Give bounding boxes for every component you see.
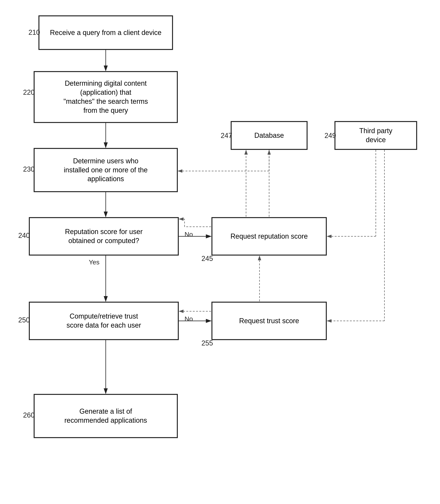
box-230: Determine users whoinstalled one or more… (34, 148, 178, 192)
step-label-220: 220 (23, 88, 35, 96)
step-label-245: 245 (201, 255, 213, 263)
box-220-label: Determining digital content(application)… (63, 79, 148, 115)
step-label-247: 247 (221, 132, 232, 140)
box-210-label: Receive a query from a client device (50, 28, 162, 37)
box-247-label: Database (254, 131, 284, 140)
step-label-260: 260 (23, 411, 35, 419)
step-label-230: 230 (23, 165, 35, 173)
box-210: Receive a query from a client device (39, 15, 173, 50)
box-240: Reputation score for userobtained or com… (29, 217, 179, 255)
box-220: Determining digital content(application)… (34, 71, 178, 123)
box-245-label: Request reputation score (231, 232, 308, 241)
box-260-label: Generate a list ofrecommended applicatio… (64, 407, 147, 425)
box-260: Generate a list ofrecommended applicatio… (34, 394, 178, 438)
box-255-label: Request trust score (239, 317, 299, 326)
step-label-240: 240 (18, 232, 30, 239)
box-255: Request trust score (211, 302, 327, 340)
box-249: Third partydevice (334, 121, 417, 150)
box-240-label: Reputation score for userobtained or com… (65, 227, 143, 245)
no-label-240: No (185, 231, 193, 238)
step-label-249: 249 (324, 132, 336, 140)
step-label-255: 255 (201, 339, 213, 347)
yes-label-240: Yes (89, 258, 99, 266)
step-label-210: 210 (28, 28, 40, 37)
box-245: Request reputation score (211, 217, 327, 255)
box-230-label: Determine users whoinstalled one or more… (64, 157, 148, 184)
step-label-250: 250 (18, 316, 30, 324)
box-249-label: Third partydevice (359, 126, 392, 145)
box-250: Compute/retrieve trustscore data for eac… (29, 302, 179, 340)
diagram-container: Receive a query from a client device 210… (0, 0, 440, 504)
box-247: Database (231, 121, 308, 150)
no-label-250: No (185, 315, 193, 323)
box-250-label: Compute/retrieve trustscore data for eac… (67, 312, 141, 330)
